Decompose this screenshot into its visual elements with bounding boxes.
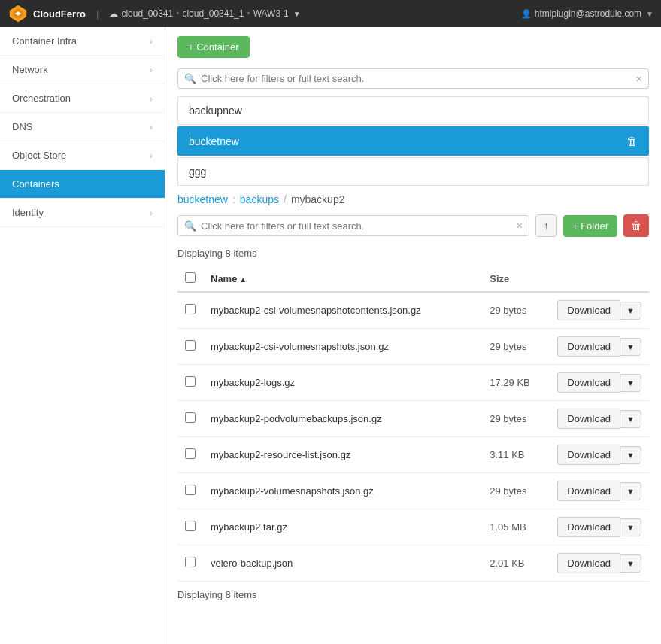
sidebar-item-network[interactable]: Network › [0,56,165,84]
row-checkbox-1[interactable] [185,340,196,351]
row-checkbox-cell [177,401,203,437]
sidebar-item-container-infra[interactable]: Container Infra › [0,27,165,56]
download-dropdown-button-7[interactable]: ▼ [620,554,641,573]
container-search-input[interactable] [201,73,635,84]
topbar-user-email[interactable]: htmlplugin@astrodule.com [535,8,641,19]
download-button-7[interactable]: Download [557,553,620,573]
row-checkbox-cell [177,437,203,473]
file-search-input[interactable] [201,220,517,232]
topbar-cloud-id-1[interactable]: cloud_00341_1 [182,8,244,19]
download-dropdown-button-6[interactable]: ▼ [620,518,641,536]
row-checkbox-3[interactable] [185,412,196,423]
container-list-item-ggg[interactable]: ggg [177,157,649,186]
download-button-3[interactable]: Download [557,409,620,429]
displaying-items-top: Displaying 8 items [177,248,649,259]
download-button-1[interactable]: Download [557,336,620,357]
file-action-cell: Download ▼ [550,365,649,401]
add-folder-button[interactable]: + Folder [563,215,617,237]
select-all-checkbox[interactable] [185,272,196,283]
table-row: mybackup2.tar.gz 1.05 MB Download ▼ [177,509,649,545]
download-dropdown-button-5[interactable]: ▼ [620,482,641,500]
chevron-right-icon: › [150,65,153,74]
row-checkbox-6[interactable] [185,521,196,531]
download-button-2[interactable]: Download [557,372,620,393]
sidebar-item-label: Orchestration [12,93,71,104]
download-button-wrap: Download ▼ [557,300,641,320]
add-container-button[interactable]: + Container [177,36,250,58]
file-action-cell: Download ▼ [550,473,649,509]
download-dropdown-button-4[interactable]: ▼ [620,446,641,464]
sidebar-item-dns[interactable]: DNS › [0,113,165,141]
topbar-region[interactable]: WAW3-1 [253,8,289,19]
main-layout: Container Infra › Network › Orchestratio… [0,27,661,644]
sidebar-item-label: Container Infra [12,35,77,47]
cloudferro-logo-icon [8,3,29,24]
delete-container-icon[interactable]: 🗑 [626,135,638,147]
container-list-item-bucketnew[interactable]: bucketnew 🗑 [177,126,649,156]
action-column-header [550,266,649,292]
upload-icon: ↑ [544,220,549,232]
row-checkbox-2[interactable] [185,376,196,387]
breadcrumb-current-folder: mybackup2 [291,193,345,205]
sidebar-item-identity[interactable]: Identity › [0,199,165,227]
file-search-clear-icon[interactable]: × [517,220,523,232]
topbar-nav: ☁ cloud_00341 • cloud_00341_1 • WAW3-1 ▼ [109,8,300,19]
size-column-header: Size [482,266,550,292]
chevron-right-icon: › [150,123,153,132]
container-name: ggg [189,166,206,178]
download-button-wrap: Download ▼ [557,481,641,501]
file-action-cell: Download ▼ [550,545,649,582]
download-button-4[interactable]: Download [557,445,620,465]
row-checkbox-cell [177,473,203,509]
select-all-header [177,266,203,292]
delete-selected-button[interactable]: 🗑 [623,214,649,237]
breadcrumb-section-link[interactable]: backups [240,193,279,205]
chevron-right-icon: › [150,151,153,160]
sidebar-item-label: Containers [12,178,59,190]
search-clear-icon[interactable]: × [635,72,642,85]
sidebar-item-orchestration[interactable]: Orchestration › [0,84,165,113]
sidebar-item-object-store[interactable]: Object Store › [0,141,165,170]
row-checkbox-7[interactable] [185,557,196,567]
upload-button[interactable]: ↑ [535,214,557,237]
name-column-header[interactable]: Name [203,266,482,292]
file-name-cell: mybackup2.tar.gz [203,509,482,545]
table-row: mybackup2-resource-list.json.gz 3.11 KB … [177,437,649,473]
file-name-cell: mybackup2-csi-volumesnapshots.json.gz [203,329,482,365]
row-checkbox-4[interactable] [185,448,196,459]
chevron-right-icon: › [150,37,153,46]
download-dropdown-button-3[interactable]: ▼ [620,410,641,428]
table-row: mybackup2-csi-volumesnapshots.json.gz 29… [177,329,649,365]
table-row: mybackup2-logs.gz 17.29 KB Download ▼ [177,365,649,401]
sidebar-item-label: DNS [12,121,32,132]
topbar-region-dropdown-icon[interactable]: ▼ [293,10,301,18]
file-size-cell: 29 bytes [482,401,550,437]
topbar: CloudFerro | ☁ cloud_00341 • cloud_00341… [0,0,661,27]
download-button-wrap: Download ▼ [557,517,641,537]
container-list-item-backupnew[interactable]: backupnew [177,96,649,125]
topbar-user-dropdown-icon[interactable]: ▼ [646,10,653,18]
sidebar-item-containers[interactable]: Containers [0,170,165,199]
row-checkbox-0[interactable] [185,304,196,314]
row-checkbox-5[interactable] [185,485,196,495]
row-checkbox-cell [177,329,203,365]
download-button-0[interactable]: Download [557,300,620,320]
breadcrumb-sep2: / [284,193,287,205]
row-checkbox-cell [177,365,203,401]
download-button-wrap: Download ▼ [557,445,641,465]
breadcrumb-container-link[interactable]: bucketnew [177,193,228,205]
download-dropdown-button-0[interactable]: ▼ [620,302,641,320]
sidebar-item-label: Object Store [12,150,66,161]
download-button-6[interactable]: Download [557,517,620,537]
file-action-cell: Download ▼ [550,509,649,545]
file-size-cell: 17.29 KB [482,365,550,401]
file-action-cell: Download ▼ [550,329,649,365]
container-name: bucketnew [189,135,239,147]
file-action-cell: Download ▼ [550,292,649,329]
download-dropdown-button-1[interactable]: ▼ [620,338,641,356]
download-button-5[interactable]: Download [557,481,620,501]
download-dropdown-button-2[interactable]: ▼ [620,374,641,392]
file-action-cell: Download ▼ [550,437,649,473]
file-name-cell: mybackup2-volumesnapshots.json.gz [203,473,482,509]
topbar-cloud-id[interactable]: cloud_00341 [121,8,173,19]
